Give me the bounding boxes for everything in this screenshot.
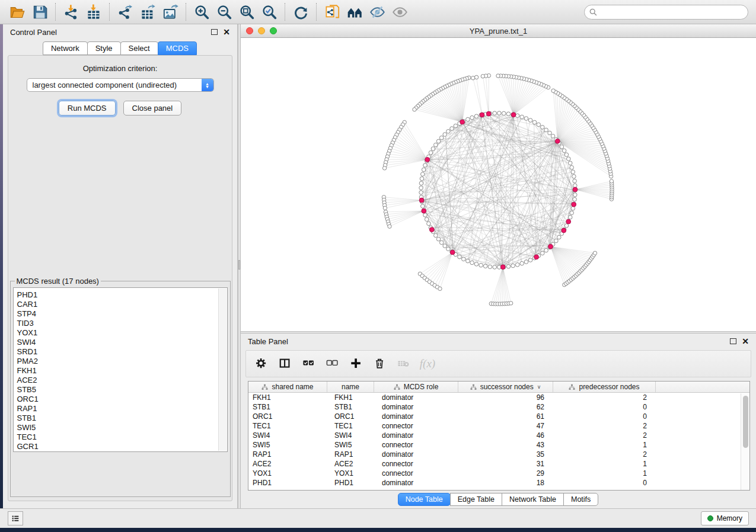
mcds-node[interactable] [425,158,430,162]
mcds-result-item[interactable]: PHD1 [17,290,227,300]
optimization-criterion-label: Optimization criterion: [83,64,158,73]
toggle-panel-split-button[interactable] [275,353,296,374]
mcds-result-item[interactable]: STP4 [17,309,227,319]
task-history-button[interactable] [8,511,23,525]
mcds-node[interactable] [429,227,434,232]
tab-network[interactable]: Network [43,41,88,55]
float-panel-icon[interactable] [211,29,218,35]
table-row[interactable]: YOX1YOX1connector291 [248,469,749,478]
table-row[interactable]: ORC1ORC1dominator610 [248,412,749,421]
list-scrollbar[interactable] [218,289,227,451]
mcds-result-item[interactable]: STB1 [17,414,227,423]
mcds-node[interactable] [562,228,566,233]
table-row[interactable]: ACE2ACE2connector311 [248,459,749,469]
save-session-button[interactable] [28,2,51,22]
search-input[interactable] [600,8,743,16]
table-row[interactable]: TEC1TEC1connector472 [248,421,749,431]
mcds-node[interactable] [450,250,455,255]
vertical-splitter[interactable] [238,24,241,508]
table-row[interactable]: FKH1FKH1dominator962 [248,393,749,402]
mcds-node[interactable] [511,113,516,117]
hide-selected-button[interactable] [366,2,388,22]
open-file-button[interactable] [6,2,28,22]
mcds-node[interactable] [572,202,576,207]
import-network-from-file-button[interactable] [60,2,82,22]
table-row[interactable]: RAP1RAP1dominator352 [248,450,749,459]
tab-network-table[interactable]: Network Table [502,493,564,506]
table-row[interactable]: SWI5SWI5connector431 [248,440,749,450]
search-box[interactable] [584,5,748,20]
network-graph-canvas[interactable] [241,38,756,331]
float-table-panel-icon[interactable] [730,338,736,344]
mcds-node[interactable] [480,113,484,117]
mcds-result-item[interactable]: PMA2 [17,357,227,366]
table-row[interactable]: STB1STB1dominator620 [248,402,749,412]
table-settings-button[interactable] [251,353,272,374]
zoom-in-button[interactable] [190,2,213,22]
table-row[interactable]: PHD1PHD1dominator180 [248,478,749,488]
tab-select[interactable]: Select [120,41,158,55]
mcds-node[interactable] [534,255,539,259]
mcds-node[interactable] [419,198,424,203]
close-table-panel-icon[interactable]: ✕ [742,337,749,345]
close-panel-button[interactable]: Close panel [123,101,182,116]
show-all-columns-button[interactable] [298,353,320,374]
show-all-button[interactable] [388,2,411,22]
mcds-result-item[interactable]: SWI5 [17,423,227,432]
mcds-node[interactable] [500,265,505,270]
zoom-fit-content-button[interactable] [235,2,258,22]
cell-predecessor-nodes: 2 [553,421,656,431]
column-header-name[interactable]: name [327,382,374,392]
mcds-node[interactable] [486,111,491,116]
create-new-column-button[interactable] [346,353,367,374]
mcds-result-item[interactable]: FKH1 [17,366,227,376]
column-header-shared-name[interactable]: shared name [248,382,327,392]
memory-button[interactable]: Memory [701,511,749,525]
export-table-button[interactable] [136,2,159,22]
tab-style[interactable]: Style [87,41,121,55]
mcds-result-item[interactable]: CAR1 [17,300,227,309]
zoom-selected-region-button[interactable] [258,2,280,22]
mcds-node[interactable] [555,139,560,143]
toolbar-separator [285,3,285,21]
mcds-result-item[interactable]: GCR1 [17,442,227,451]
mcds-result-item[interactable]: TEC1 [17,432,227,442]
apply-layout-button[interactable] [289,2,312,22]
table-scrollbar-thumb[interactable] [743,396,748,448]
first-neighbors-button[interactable] [343,2,366,22]
import-table-from-file-button[interactable] [82,2,105,22]
mcds-node[interactable] [573,187,578,192]
export-image-button[interactable] [159,2,181,22]
mcds-result-item[interactable]: STB5 [17,385,227,395]
mcds-result-item[interactable]: SRD1 [17,347,227,357]
close-panel-icon[interactable]: ✕ [223,28,230,36]
export-network-button[interactable] [114,2,136,22]
zoom-out-button[interactable] [213,2,235,22]
mcds-result-item[interactable]: ORC1 [17,395,227,404]
mcds-node[interactable] [422,209,426,213]
table-row[interactable]: SWI4SWI4dominator462 [248,431,749,440]
mcds-node[interactable] [548,244,553,249]
mcds-node[interactable] [566,219,571,224]
new-network-from-selection-button[interactable] [321,2,343,22]
column-header-MCDS-role[interactable]: MCDS role [374,382,458,392]
splitter-grip[interactable] [238,260,240,270]
mcds-result-item[interactable]: TID3 [17,319,227,328]
run-mcds-button[interactable]: Run MCDS [59,101,116,116]
mcds-result-item[interactable]: RAP1 [17,404,227,414]
table-scrollbar[interactable] [741,393,749,490]
mcds-result-item[interactable]: YOX1 [17,328,227,338]
mcds-node[interactable] [460,120,465,124]
tab-node-table[interactable]: Node Table [398,493,451,506]
tab-mcds[interactable]: MCDS [158,41,197,55]
tab-motifs[interactable]: Motifs [563,493,598,506]
hide-all-columns-button[interactable] [322,353,343,374]
mcds-result-item[interactable]: ACE2 [17,376,227,385]
mcds-result-list[interactable]: PHD1CAR1STP4TID3YOX1SWI4SRD1PMA2FKH1ACE2… [13,287,228,452]
delete-columns-button[interactable] [369,353,391,374]
column-header-successor-nodes[interactable]: successor nodes∨ [458,382,553,392]
tab-edge-table[interactable]: Edge Table [450,493,502,506]
mcds-result-item[interactable]: SWI4 [17,338,227,347]
column-header-predecessor-nodes[interactable]: predecessor nodes [553,382,656,392]
criterion-dropdown[interactable]: largest connected component (undirected)… [27,78,214,92]
